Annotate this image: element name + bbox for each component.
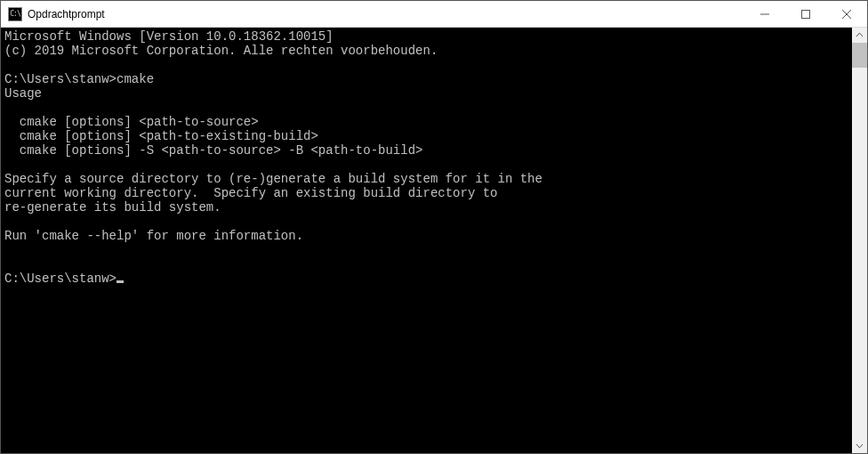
cmd-app-icon: C:\ [8, 7, 22, 21]
scroll-down-button[interactable] [852, 438, 867, 453]
scrollbar-track[interactable] [852, 43, 867, 438]
titlebar[interactable]: C:\ Opdrachtprompt [1, 1, 867, 28]
terminal-line: cmake [options] -S <path-to-source> -B <… [4, 143, 848, 158]
terminal-cursor [117, 280, 124, 283]
client-area: Microsoft Windows [Version 10.0.18362.10… [1, 28, 867, 453]
terminal-line: Microsoft Windows [Version 10.0.18362.10… [4, 29, 848, 44]
terminal-line: Specify a source directory to (re-)gener… [4, 172, 848, 186]
terminal-line [4, 257, 848, 272]
chevron-down-icon [856, 442, 864, 450]
terminal-line: C:\Users\stanw>cmake [4, 72, 848, 86]
scroll-up-button[interactable] [852, 28, 867, 43]
terminal-line: Usage [4, 86, 848, 101]
chevron-up-icon [856, 31, 864, 39]
terminal-line: re-generate its build system. [4, 200, 848, 215]
scrollbar-thumb[interactable] [852, 43, 867, 68]
terminal-output[interactable]: Microsoft Windows [Version 10.0.18362.10… [1, 28, 852, 453]
vertical-scrollbar[interactable] [852, 28, 867, 453]
window-title: Opdrachtprompt [28, 8, 105, 20]
cmd-glyph: C:\ [10, 11, 20, 18]
terminal-line: Run 'cmake --help' for more information. [4, 229, 848, 243]
terminal-line [4, 215, 848, 229]
terminal-line [4, 58, 848, 72]
close-icon [842, 10, 851, 19]
terminal-line: C:\Users\stanw> [4, 272, 848, 286]
terminal-line [4, 243, 848, 257]
minimize-icon [760, 10, 769, 19]
maximize-icon [801, 10, 810, 19]
close-button[interactable] [826, 1, 867, 28]
terminal-line [4, 158, 848, 172]
maximize-button[interactable] [785, 1, 826, 28]
terminal-line: cmake [options] <path-to-source> [4, 115, 848, 129]
terminal-line: (c) 2019 Microsoft Corporation. Alle rec… [4, 44, 848, 58]
svg-rect-0 [802, 10, 810, 18]
terminal-line [4, 101, 848, 115]
terminal-line: current working directory. Specify an ex… [4, 186, 848, 200]
minimize-button[interactable] [744, 1, 785, 28]
terminal-line: cmake [options] <path-to-existing-build> [4, 129, 848, 143]
